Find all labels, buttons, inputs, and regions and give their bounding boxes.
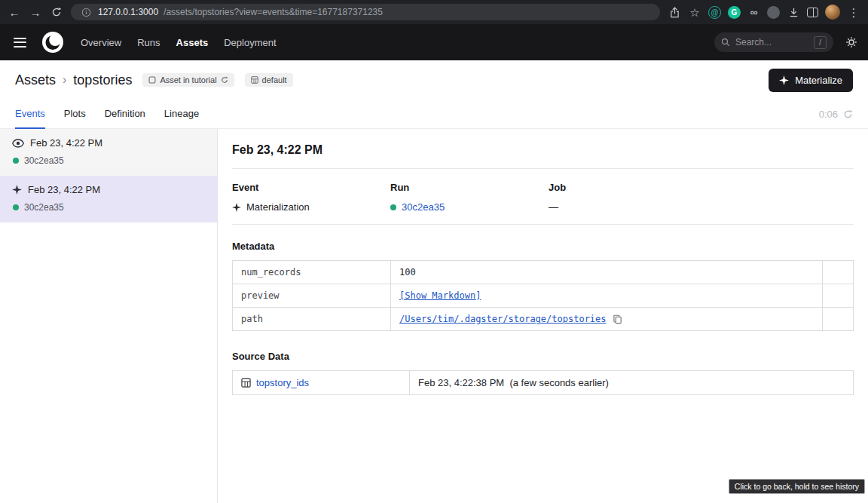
extension-grammarly-icon[interactable]: G	[728, 6, 741, 19]
table-row: topstory_ids Feb 23, 4:22:38 PM (a few s…	[233, 371, 854, 395]
download-icon[interactable]	[787, 5, 800, 19]
asset-tabs: Events Plots Definition Lineage 0:06	[0, 100, 868, 129]
event-column: Event Materialization	[232, 182, 390, 213]
metadata-empty-cell	[823, 284, 854, 308]
event-list-item-observation[interactable]: Feb 23, 4:22 PM 30c2ea35	[0, 129, 217, 176]
browser-actions: ☆ @ G ∞ ⋮	[668, 5, 860, 20]
event-run-id[interactable]: 30c2ea35	[24, 202, 64, 213]
nav-item-runs[interactable]: Runs	[137, 37, 160, 48]
event-time-label: Feb 23, 4:22 PM	[28, 184, 100, 195]
event-summary-row: Event Materialization Run 30c2ea35 Job —	[232, 182, 854, 213]
search-icon	[721, 38, 730, 47]
job-column-label: Job	[549, 182, 707, 193]
search-input[interactable]: Search... /	[714, 32, 833, 52]
hamburger-menu-icon[interactable]	[11, 35, 29, 51]
materialize-button[interactable]: Materialize	[769, 69, 853, 92]
event-list-item-materialization[interactable]: Feb 23, 4:22 PM 30c2ea35	[0, 176, 217, 222]
breadcrumb: Assets › topstories	[15, 72, 132, 88]
metadata-value: 100	[391, 261, 823, 284]
content-area: Feb 23, 4:22 PM 30c2ea35 Feb 23, 4:22 PM…	[0, 129, 868, 503]
event-detail-title: Feb 23, 4:22 PM	[232, 143, 854, 157]
search-placeholder: Search...	[735, 37, 808, 48]
nav-item-assets[interactable]: Assets	[176, 37, 209, 48]
metadata-key: num_records	[233, 261, 391, 284]
nav-item-overview[interactable]: Overview	[81, 37, 121, 48]
extension-loom-icon[interactable]: ∞	[747, 6, 760, 19]
asset-group-tag[interactable]: default	[245, 73, 293, 87]
source-asset-note: (a few seconds earlier)	[509, 377, 609, 388]
job-value: —	[549, 201, 707, 213]
reload-icon[interactable]	[50, 5, 63, 19]
refresh-timer-value: 0:06	[819, 109, 838, 120]
page-title: topstories	[73, 72, 132, 88]
table-row: preview [Show Markdown]	[233, 284, 854, 308]
asset-definition-tag[interactable]: Asset in tutorial	[142, 73, 234, 87]
refresh-timer: 0:06	[819, 100, 853, 128]
asset-header: Assets › topstories Asset in tutorial de…	[0, 60, 868, 100]
metadata-key: preview	[233, 284, 391, 308]
asset-cube-icon	[148, 76, 156, 84]
nav-links: Overview Runs Assets Deployment	[81, 37, 277, 48]
run-column: Run 30c2ea35	[390, 182, 549, 213]
extension-at-icon[interactable]: @	[708, 6, 721, 19]
observation-eye-icon	[12, 139, 24, 148]
source-data-heading: Source Data	[232, 351, 854, 362]
table-row: path /Users/tim/.dagster/storage/topstor…	[233, 308, 854, 331]
app-nav-bar: Overview Runs Assets Deployment Search..…	[0, 24, 868, 60]
metadata-empty-cell	[823, 308, 854, 331]
run-id-link[interactable]: 30c2ea35	[402, 201, 445, 213]
dagster-logo[interactable]	[41, 31, 64, 54]
search-shortcut-key: /	[814, 36, 827, 49]
run-column-label: Run	[390, 182, 549, 193]
source-data-section: Source Data topstory_ids Feb 23, 4:22:38…	[232, 351, 854, 395]
timer-refresh-icon[interactable]	[843, 109, 853, 119]
table-row: num_records 100	[233, 261, 854, 284]
tag-refresh-icon[interactable]	[221, 76, 228, 84]
metadata-heading: Metadata	[232, 241, 854, 252]
url-host: 127.0.0.1:3000	[98, 7, 158, 17]
run-status-dot	[13, 204, 19, 210]
tab-definition[interactable]: Definition	[105, 100, 145, 129]
tab-plots[interactable]: Plots	[64, 100, 86, 129]
url-bar[interactable]: 127.0.0.1:3000/assets/topstories?view=ev…	[71, 4, 660, 20]
run-status-dot	[390, 204, 396, 210]
materialize-button-label: Materialize	[795, 75, 842, 86]
browser-chrome: ← → 127.0.0.1:3000/assets/topstories?vie…	[0, 0, 868, 24]
divider	[232, 168, 854, 169]
event-detail-pane: Feb 23, 4:22 PM Event Materialization Ru…	[218, 129, 868, 503]
browser-menu-icon[interactable]: ⋮	[847, 5, 860, 19]
show-markdown-link[interactable]: [Show Markdown]	[399, 290, 481, 301]
materialize-sparkle-icon	[779, 75, 789, 85]
event-run-id[interactable]: 30c2ea35	[24, 155, 64, 166]
event-time-label: Feb 23, 4:22 PM	[30, 137, 102, 149]
extension-dark-icon[interactable]	[767, 6, 780, 19]
forward-icon[interactable]: →	[29, 5, 42, 19]
share-icon[interactable]	[668, 5, 681, 19]
browser-profile-avatar[interactable]	[825, 5, 840, 20]
metadata-section: Metadata num_records 100 preview [Show M…	[232, 241, 854, 331]
metadata-key: path	[233, 308, 391, 331]
tab-lineage[interactable]: Lineage	[164, 100, 199, 129]
job-column: Job —	[549, 182, 707, 213]
side-panel-icon[interactable]	[807, 8, 818, 17]
path-link[interactable]: /Users/tim/.dagster/storage/topstories	[399, 314, 607, 324]
tab-events[interactable]: Events	[15, 100, 45, 129]
asset-group-tag-label: default	[262, 75, 287, 84]
breadcrumb-separator: ›	[63, 73, 66, 87]
copy-path-icon[interactable]	[613, 314, 622, 324]
source-data-table: topstory_ids Feb 23, 4:22:38 PM (a few s…	[232, 370, 854, 395]
settings-gear-icon[interactable]	[845, 36, 857, 48]
metadata-table: num_records 100 preview [Show Markdown] …	[232, 260, 854, 331]
event-type-value: Materialization	[246, 201, 310, 213]
run-status-dot	[13, 158, 19, 164]
site-info-icon[interactable]	[79, 5, 93, 19]
event-type-sparkle-icon	[232, 203, 241, 212]
nav-item-deployment[interactable]: Deployment	[224, 37, 276, 48]
bookmark-star-icon[interactable]: ☆	[688, 5, 701, 19]
asset-table-icon	[241, 378, 251, 388]
source-asset-link[interactable]: topstory_ids	[256, 377, 309, 388]
back-icon[interactable]: ←	[8, 5, 21, 19]
back-history-tooltip: Click to go back, hold to see history	[729, 479, 865, 494]
metadata-empty-cell	[823, 261, 854, 284]
breadcrumb-assets-link[interactable]: Assets	[15, 72, 56, 88]
